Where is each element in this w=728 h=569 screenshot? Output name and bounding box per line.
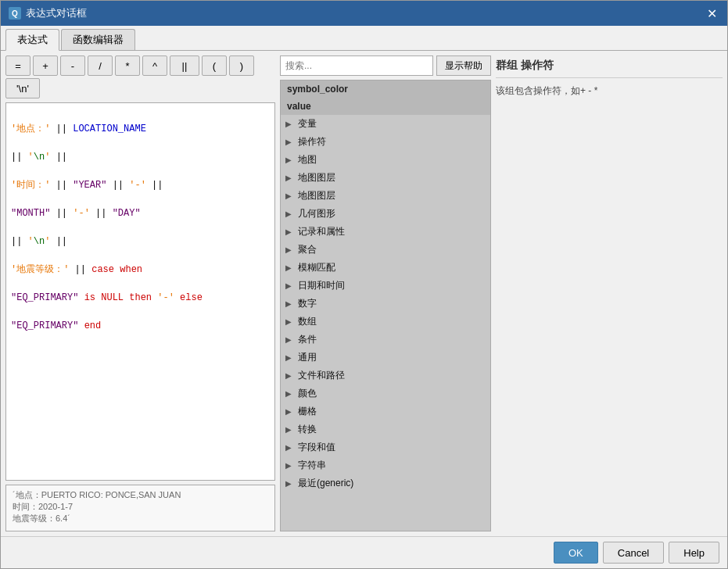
op-eq[interactable]: = [5, 55, 30, 76]
title-bar: Q 表达式对话框 ✕ [1, 1, 727, 26]
list-item-fuzzy[interactable]: ▶模糊匹配 [281, 259, 490, 277]
help-button[interactable]: Help [669, 542, 719, 564]
list-item-geometry[interactable]: ▶几何图形 [281, 205, 490, 223]
list-item-condition[interactable]: ▶条件 [281, 331, 490, 349]
tab-expression[interactable]: 表达式 [5, 29, 59, 51]
group-title: 群组 操作符 [496, 55, 723, 78]
op-div[interactable]: / [88, 55, 113, 76]
group-desc: 该组包含操作符，如+ - * [496, 84, 723, 98]
list-item-records[interactable]: ▶记录和属性 [281, 223, 490, 241]
middle-panel: 显示帮助 symbol_color value ▶变量 ▶操作符 ▶地图 ▶地图… [280, 55, 491, 531]
op-newline[interactable]: '\n' [5, 78, 40, 98]
list-item-fields[interactable]: ▶字段和值 [281, 438, 490, 456]
close-button[interactable]: ✕ [704, 5, 719, 21]
op-rparen[interactable]: ) [229, 55, 254, 76]
op-lparen[interactable]: ( [202, 55, 227, 76]
search-input[interactable] [280, 55, 433, 76]
show-help-button[interactable]: 显示帮助 [436, 55, 491, 76]
op-minus[interactable]: - [60, 55, 85, 76]
list-header-value: value [281, 98, 490, 115]
preview-line-0: ´地点：PUERTO RICO: PONCE,SAN JUAN [13, 490, 181, 499]
code-editor[interactable]: '地点：' || LOCATION_NAME || '\n' || '时间：' … [5, 102, 275, 481]
title-bar-left: Q 表达式对话框 [9, 6, 87, 20]
app-icon: Q [9, 7, 21, 20]
expression-dialog: Q 表达式对话框 ✕ 表达式 函数编辑器 = + - / * ^ || ( ) … [0, 0, 728, 569]
right-panel: 群组 操作符 该组包含操作符，如+ - * [496, 55, 723, 531]
preview-line-2: 地震等级：6.4´ [13, 514, 70, 523]
bottom-bar: OK Cancel Help [1, 536, 727, 568]
list-item-filepath[interactable]: ▶文件和路径 [281, 367, 490, 385]
list-item-aggregate[interactable]: ▶聚合 [281, 241, 490, 259]
list-item-variable[interactable]: ▶变量 [281, 115, 490, 133]
list-item-datetime[interactable]: ▶日期和时间 [281, 277, 490, 295]
list-item-map-layer-1[interactable]: ▶地图图层 [281, 169, 490, 187]
left-panel: = + - / * ^ || ( ) '\n' '地点：' || LOCATIO… [5, 55, 275, 531]
operator-bar: = + - / * ^ || ( ) '\n' [5, 55, 275, 98]
list-item-raster[interactable]: ▶栅格 [281, 403, 490, 420]
list-item-convert[interactable]: ▶转换 [281, 420, 490, 438]
function-list: symbol_color value ▶变量 ▶操作符 ▶地图 ▶地图图层 ▶地… [280, 80, 491, 531]
preview-line-1: 时间：2020-1-7 [13, 502, 73, 511]
cancel-button[interactable]: Cancel [603, 542, 664, 564]
search-row: 显示帮助 [280, 55, 491, 76]
tab-bar: 表达式 函数编辑器 [1, 26, 727, 51]
preview-panel: ´地点：PUERTO RICO: PONCE,SAN JUAN 时间：2020-… [5, 485, 275, 531]
preview-label: ´地点：PUERTO RICO: PONCE,SAN JUAN 时间：2020-… [13, 489, 268, 524]
list-item-string[interactable]: ▶字符串 [281, 456, 490, 474]
list-item-operators[interactable]: ▶操作符 [281, 133, 490, 151]
ok-button[interactable]: OK [554, 542, 598, 564]
op-mul[interactable]: * [115, 55, 140, 76]
list-item-recent[interactable]: ▶最近(generic) [281, 474, 490, 492]
list-item-number[interactable]: ▶数字 [281, 295, 490, 313]
list-item-color[interactable]: ▶颜色 [281, 385, 490, 403]
list-item-map[interactable]: ▶地图 [281, 151, 490, 169]
dialog-title: 表达式对话框 [26, 6, 87, 20]
list-header-symbol-color: symbol_color [281, 81, 490, 98]
list-item-array[interactable]: ▶数组 [281, 313, 490, 331]
list-item-map-layer-2[interactable]: ▶地图图层 [281, 187, 490, 205]
op-concat[interactable]: || [170, 55, 199, 76]
op-plus[interactable]: + [33, 55, 58, 76]
tab-function-editor[interactable]: 函数编辑器 [61, 29, 135, 50]
op-pow[interactable]: ^ [142, 55, 167, 76]
main-content: = + - / * ^ || ( ) '\n' '地点：' || LOCATIO… [1, 51, 727, 536]
list-item-general[interactable]: ▶通用 [281, 349, 490, 367]
